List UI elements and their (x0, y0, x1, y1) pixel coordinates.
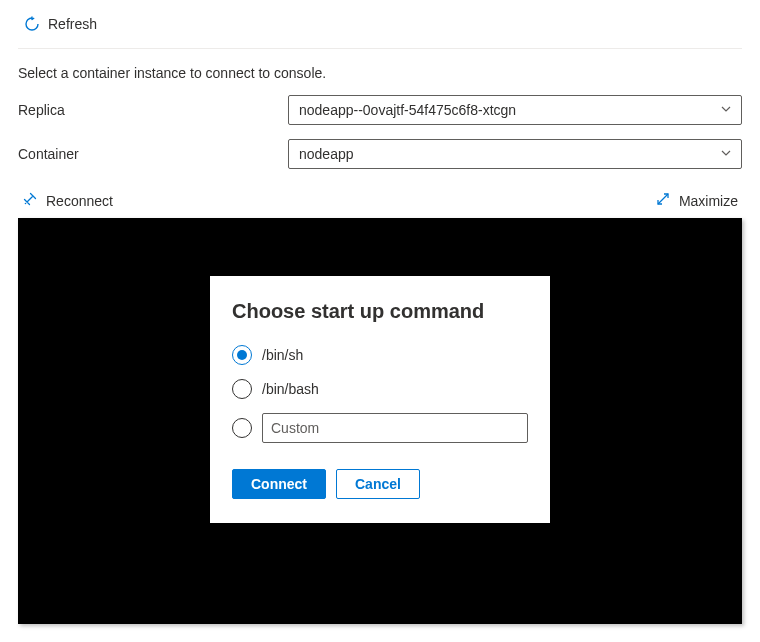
radio-button-bash[interactable] (232, 379, 252, 399)
container-select-value: nodeapp (288, 139, 742, 169)
radio-label-sh: /bin/sh (262, 347, 303, 363)
terminal-area: Choose start up command /bin/sh /bin/bas… (18, 218, 742, 624)
refresh-label: Refresh (48, 16, 97, 32)
refresh-button[interactable]: Refresh (18, 12, 103, 36)
container-select[interactable]: nodeapp (288, 139, 742, 169)
radio-option-custom[interactable] (232, 413, 528, 443)
radio-label-bash: /bin/bash (262, 381, 319, 397)
svg-point-0 (25, 203, 27, 205)
replica-select[interactable]: nodeapp--0ovajtf-54f475c6f8-xtcgn (288, 95, 742, 125)
cancel-button[interactable]: Cancel (336, 469, 420, 499)
replica-row: Replica nodeapp--0ovajtf-54f475c6f8-xtcg… (18, 95, 742, 125)
subtitle-text: Select a container instance to connect t… (18, 65, 742, 81)
maximize-icon (655, 191, 671, 210)
reconnect-label: Reconnect (46, 193, 113, 209)
startup-command-dialog: Choose start up command /bin/sh /bin/bas… (210, 276, 550, 523)
connect-button[interactable]: Connect (232, 469, 326, 499)
radio-option-sh[interactable]: /bin/sh (232, 345, 528, 365)
dialog-title: Choose start up command (232, 300, 528, 323)
replica-label: Replica (18, 102, 288, 118)
refresh-icon (24, 16, 40, 32)
radio-button-sh[interactable] (232, 345, 252, 365)
reconnect-icon (22, 191, 38, 210)
radio-option-bash[interactable]: /bin/bash (232, 379, 528, 399)
radio-button-custom[interactable] (232, 418, 252, 438)
maximize-button[interactable]: Maximize (651, 189, 742, 212)
container-row: Container nodeapp (18, 139, 742, 169)
dialog-buttons: Connect Cancel (232, 469, 528, 499)
replica-select-value: nodeapp--0ovajtf-54f475c6f8-xtcgn (288, 95, 742, 125)
container-label: Container (18, 146, 288, 162)
maximize-label: Maximize (679, 193, 738, 209)
toolbar: Refresh (18, 8, 742, 49)
custom-command-input[interactable] (262, 413, 528, 443)
action-row: Reconnect Maximize (18, 189, 742, 212)
page-root: Refresh Select a container instance to c… (0, 0, 760, 642)
reconnect-button[interactable]: Reconnect (18, 189, 117, 212)
